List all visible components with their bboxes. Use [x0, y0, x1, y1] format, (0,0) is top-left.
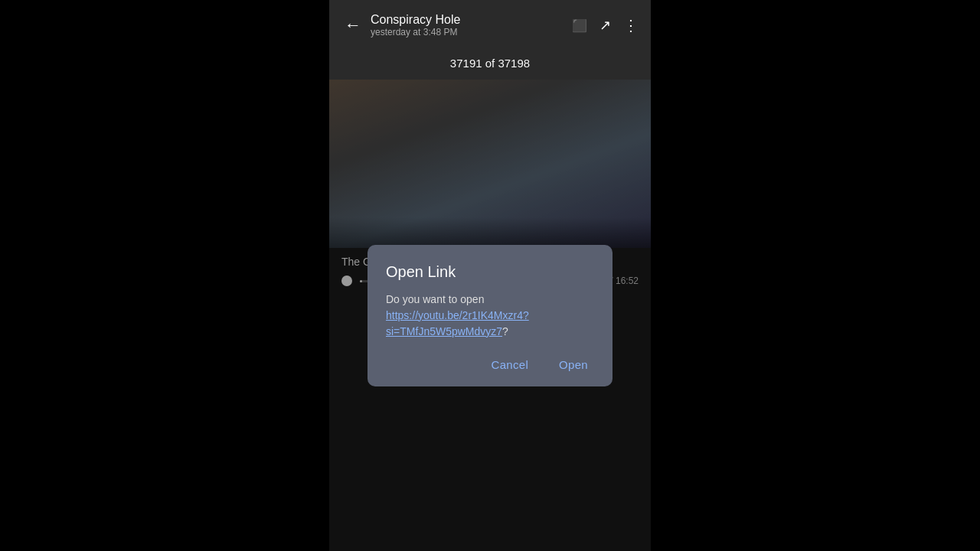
top-bar-actions: ⬛ ↗ ⋮ — [572, 16, 639, 34]
dialog-body: Do you want to open https://youtu.be/2r1… — [386, 292, 594, 340]
top-bar: ← Conspiracy Hole yesterday at 3:48 PM ⬛… — [329, 0, 651, 49]
dialog-title: Open Link — [386, 263, 594, 281]
channel-title: Conspiracy Hole — [371, 13, 460, 27]
top-bar-center: Conspiracy Hole yesterday at 3:48 PM — [371, 13, 572, 37]
dialog-body-prefix: Do you want to open — [386, 293, 484, 305]
video-area: Open Link Do you want to open https://yo… — [329, 80, 651, 551]
share-icon[interactable]: ↗ — [599, 17, 611, 34]
left-black-area — [0, 0, 329, 551]
counter-text: 37191 of 37198 — [450, 57, 530, 70]
right-black-area — [651, 0, 980, 551]
cancel-button[interactable]: Cancel — [485, 355, 535, 374]
cast-icon[interactable]: ⬛ — [572, 18, 587, 33]
open-link-dialog: Open Link Do you want to open https://yo… — [368, 245, 612, 386]
more-options-icon[interactable]: ⋮ — [623, 16, 639, 34]
back-button[interactable]: ← — [341, 12, 364, 38]
counter-area: 37191 of 37198 — [329, 49, 651, 80]
dialog-buttons: Cancel Open — [386, 355, 594, 374]
dialog-body-suffix: ? — [502, 325, 508, 337]
dialog-overlay: Open Link Do you want to open https://yo… — [329, 80, 651, 551]
phone-container: ← Conspiracy Hole yesterday at 3:48 PM ⬛… — [329, 0, 651, 551]
open-button[interactable]: Open — [553, 355, 594, 374]
timestamp: yesterday at 3:48 PM — [371, 27, 457, 37]
